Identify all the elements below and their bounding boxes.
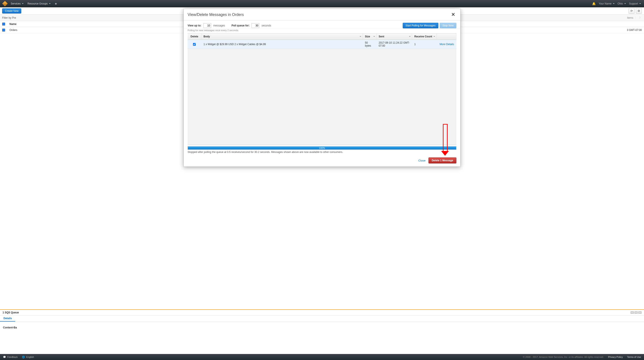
nav-resource-groups-label: Resource Groups <box>28 2 48 5</box>
row-receive-count: 1 <box>412 40 437 49</box>
bell-icon[interactable]: 🔔 <box>592 2 596 5</box>
top-nav: Services Resource Groups ★ 🔔 Your Name O… <box>0 0 644 7</box>
row-delete-checkbox[interactable] <box>193 43 196 46</box>
polling-progress: 100% <box>188 146 456 150</box>
chevron-down-icon <box>613 3 614 4</box>
aws-logo-icon[interactable] <box>2 1 8 6</box>
view-delete-messages-dialog: View/Delete Messages in Orders ✕ View up… <box>184 9 460 167</box>
nav-support-label: Support <box>629 2 638 5</box>
feedback-link[interactable]: 💬 Feedback <box>3 356 18 358</box>
sort-caret-icon <box>409 36 411 37</box>
column-sent[interactable]: Sent <box>376 34 412 40</box>
column-delete[interactable]: Delete <box>188 34 201 40</box>
more-details-link[interactable]: More Details <box>440 43 454 46</box>
sort-caret-icon <box>373 36 375 37</box>
messages-table-header: Delete Body Size Sent Receive Count <box>188 33 456 40</box>
language-label: English <box>26 356 34 358</box>
terms-of-use-link[interactable]: Terms of Use <box>627 356 641 358</box>
column-more <box>437 34 456 40</box>
nav-account-label: Your Name <box>599 2 612 5</box>
start-polling-button[interactable]: Start Polling for Messages <box>403 23 438 28</box>
view-up-to-label: View up to: <box>188 24 201 27</box>
globe-icon: 🌐 <box>22 356 25 358</box>
dialog-title: View/Delete Messages in Orders <box>188 13 244 17</box>
language-link[interactable]: 🌐 English <box>22 356 34 358</box>
chevron-down-icon <box>49 3 51 4</box>
speech-bubble-icon: 💬 <box>3 356 6 358</box>
column-size[interactable]: Size <box>363 34 376 40</box>
row-size: 50 bytes <box>363 40 376 49</box>
stop-now-button[interactable]: Stop Now <box>440 23 456 28</box>
nav-region-label: Ohio <box>618 2 623 5</box>
poll-queue-for-label: Poll queue for: <box>232 24 250 27</box>
privacy-policy-link[interactable]: Privacy Policy <box>608 356 623 358</box>
column-body[interactable]: Body <box>201 34 363 40</box>
poll-queue-for-input[interactable] <box>252 23 259 28</box>
nav-support[interactable]: Support <box>629 2 641 5</box>
sort-caret-icon <box>434 36 435 37</box>
sort-caret-icon <box>360 36 361 37</box>
nav-region[interactable]: Ohio <box>618 2 626 5</box>
nav-resource-groups[interactable]: Resource Groups <box>28 2 51 5</box>
dialog-footer: Close Delete 1 Message <box>184 154 460 166</box>
chevron-down-icon <box>22 3 24 4</box>
polling-subtext: Polling for new messages once every 2 se… <box>184 29 460 33</box>
pin-icon[interactable]: ★ <box>54 2 57 5</box>
polling-status-text: Stopped after polling the queue at 0.5 r… <box>184 150 460 154</box>
modal-backdrop: View/Delete Messages in Orders ✕ View up… <box>0 7 644 354</box>
nav-account[interactable]: Your Name <box>599 2 614 5</box>
message-row[interactable]: 1 x Widget @ $29.99 USD 2 x Widget Cable… <box>188 40 456 49</box>
view-up-to-input[interactable] <box>204 23 211 28</box>
row-body: 1 x Widget @ $29.99 USD 2 x Widget Cable… <box>201 40 363 49</box>
messages-unit: messages <box>214 24 225 27</box>
dialog-controls: View up to: messages Poll queue for: sec… <box>184 21 460 29</box>
chevron-down-icon <box>624 3 626 4</box>
row-sent: 2017-08-10 11:24:22 GMT-07:00 <box>376 40 412 49</box>
feedback-label: Feedback <box>7 356 18 358</box>
copyright-text: © 2008 - 2017, Amazon Web Services, Inc.… <box>523 356 604 358</box>
delete-message-button[interactable]: Delete 1 Message <box>428 157 456 163</box>
progress-percent: 100% <box>188 147 456 150</box>
column-receive-count[interactable]: Receive Count <box>412 34 437 40</box>
dialog-header: View/Delete Messages in Orders ✕ <box>184 9 460 21</box>
close-icon[interactable]: ✕ <box>450 12 456 18</box>
nav-services-label: Services <box>11 2 20 5</box>
footer-bar: 💬 Feedback 🌐 English © 2008 - 2017, Amaz… <box>0 354 644 360</box>
seconds-unit: seconds <box>262 24 271 27</box>
nav-services[interactable]: Services <box>11 2 24 5</box>
messages-table-body: 1 x Widget @ $29.99 USD 2 x Widget Cable… <box>188 40 456 145</box>
close-button[interactable]: Close <box>418 159 426 162</box>
chevron-down-icon <box>639 3 641 4</box>
